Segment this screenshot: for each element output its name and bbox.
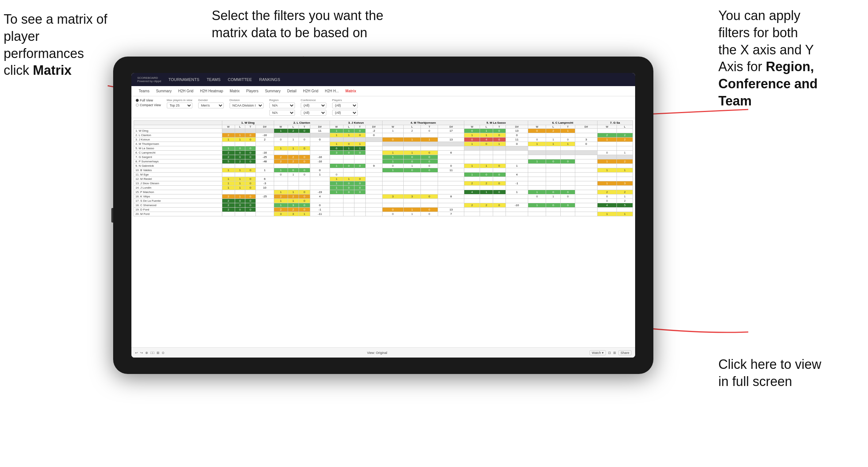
matrix-cell [382, 142, 403, 146]
matrix-cell [575, 168, 598, 173]
scoreboard-logo: SCOREBOARD Powered by clippd [137, 76, 161, 83]
matrix-cell [365, 138, 382, 142]
player-name-cell: 7. G Sargent [134, 155, 222, 159]
matrix-cell [330, 155, 343, 159]
matrix-cell [506, 159, 528, 164]
matrix-cell: 2 [464, 181, 480, 186]
conference-select-2[interactable]: (All) [301, 110, 326, 116]
nav-rankings[interactable]: RANKINGS [259, 77, 280, 82]
annotation-top-right: You can apply filters for both the X axi… [718, 7, 857, 110]
nav-sec-teams[interactable]: Teams [136, 88, 152, 94]
matrix-cell: 2 [546, 129, 561, 133]
nav-committee[interactable]: COMMITTEE [228, 77, 252, 82]
region-select-1[interactable]: N/A [269, 103, 295, 108]
nav-sec-summary2[interactable]: Summary [262, 88, 284, 94]
nav-sec-players[interactable]: Players [243, 88, 261, 94]
matrix-cell [617, 173, 633, 177]
matrix-cell: 1 [403, 151, 420, 155]
matrix-cell: 0 [528, 129, 546, 133]
matrix-cell: 0 [546, 190, 561, 194]
matrix-cell: -25 [256, 194, 274, 199]
matrix-cell: 1 [528, 190, 546, 194]
redo-button[interactable]: ↪ [140, 351, 143, 355]
sh-w3: W [330, 125, 343, 129]
nav-tournaments[interactable]: TOURNAMENTS [168, 77, 199, 82]
players-select-2[interactable]: (All) [332, 110, 358, 116]
tool3[interactable]: ⊕ [145, 351, 148, 355]
matrix-cell: 2 [288, 194, 299, 199]
matrix-cell [561, 151, 575, 155]
matrix-col-6: 6. C Lamprecht [528, 121, 598, 125]
region-select-2[interactable]: N/A [269, 110, 295, 116]
matrix-cell: -16 [256, 151, 274, 155]
nav-sec-h2h-grid[interactable]: H2H Grid [175, 88, 196, 94]
table-row: 18. C Sherwood2001300220-1010045 [134, 203, 633, 208]
screen-button[interactable]: ⊡ [608, 351, 611, 355]
nav-sec-h2hh[interactable]: H2H H... [322, 88, 342, 94]
ann-tr-l4b: Region, [766, 59, 814, 74]
player-name-cell: 6. C Lamprecht [134, 151, 222, 155]
nav-sec-summary[interactable]: Summary [153, 88, 174, 94]
matrix-cell: 0 [245, 168, 256, 173]
matrix-cell: 2 [617, 133, 633, 138]
table-row: 15. P Maichon110-19100410110022 [134, 190, 633, 194]
matrix-cell [480, 159, 493, 164]
nav-sec-matrix-active[interactable]: Matrix [342, 88, 359, 94]
matrix-cell [256, 164, 274, 168]
gender-select[interactable]: Men's [198, 103, 224, 108]
share-button[interactable]: Share [618, 350, 631, 355]
nav-sec-h2h-grid2[interactable]: H2H Grid [300, 88, 321, 94]
matrix-cell [546, 208, 561, 212]
players-label: Players [332, 99, 358, 102]
matrix-cell [299, 142, 310, 146]
full-view-radio[interactable]: Full View [136, 99, 161, 102]
matrix-cell [528, 133, 546, 138]
matrix-cell [403, 199, 420, 203]
nav-sec-detail[interactable]: Detail [284, 88, 300, 94]
matrix-cell [561, 186, 575, 190]
ann-tc-text: Select the filters you want the matrix d… [212, 8, 383, 40]
conference-select-1[interactable]: (All) [301, 103, 326, 108]
tool6[interactable]: ⊙ [162, 351, 165, 355]
division-select[interactable]: NCAA Division I [230, 103, 264, 108]
max-players-select[interactable]: Top 25 [167, 103, 192, 108]
watch-button[interactable]: Watch ▾ [589, 350, 606, 355]
full-view-label: Full View [140, 99, 153, 102]
tool5[interactable]: ⊞ [157, 351, 160, 355]
matrix-cell [617, 142, 633, 146]
nav-sec-h2h-heatmap[interactable]: H2H Heatmap [197, 88, 226, 94]
undo-button[interactable]: ↩ [135, 351, 138, 355]
table-row: 1. W Ding12011110-21201701013021 [134, 129, 633, 133]
tool4[interactable]: □□ [150, 351, 154, 355]
matrix-cell: 1 [343, 177, 354, 181]
compact-view-radio[interactable]: Compact View [136, 103, 161, 107]
matrix-cell: 0 [480, 173, 493, 177]
players-select-1[interactable]: (All) [332, 103, 358, 108]
matrix-cell: 0 [343, 186, 354, 190]
matrix-cell [575, 181, 598, 186]
matrix-cell [421, 177, 438, 181]
sh-d1: Dif [256, 125, 274, 129]
matrix-cell: 1 [464, 142, 480, 146]
matrix-cell [480, 155, 493, 159]
nav-sec-matrix[interactable]: Matrix [227, 88, 242, 94]
matrix-cell [438, 159, 464, 164]
matrix-cell [365, 146, 382, 151]
nav-teams[interactable]: TEAMS [207, 77, 220, 82]
matrix-cell [506, 212, 528, 216]
matrix-cell [382, 177, 403, 181]
full-view-dot [136, 99, 139, 102]
matrix-cell [597, 186, 617, 190]
matrix-cell: 0 [245, 151, 256, 155]
matrix-cell [256, 208, 274, 212]
matrix-cell: 0 [421, 159, 438, 164]
matrix-cell [575, 194, 598, 199]
matrix-cell: 0 [354, 177, 365, 181]
region-filter: Region N/A N/A [269, 99, 295, 116]
matrix-cell [528, 146, 546, 151]
matrix-cell: 0 [245, 186, 256, 190]
matrix-cell [421, 142, 438, 146]
grid-button[interactable]: ⊞ [613, 351, 616, 355]
matrix-cell [575, 199, 598, 203]
matrix-cell [421, 181, 438, 186]
